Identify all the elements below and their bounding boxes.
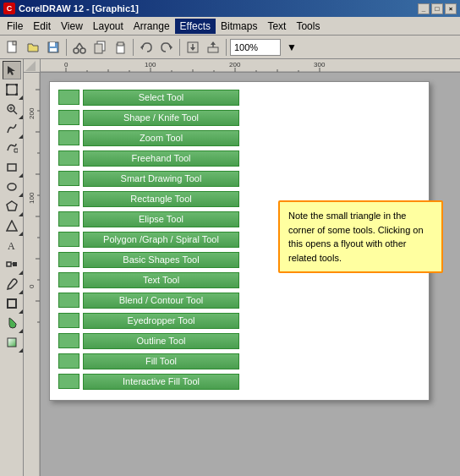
tool-icon-outline <box>58 333 79 348</box>
menu-effects[interactable]: Effects <box>175 19 216 34</box>
toolbar-sep-3 <box>179 39 180 56</box>
svg-rect-22 <box>7 85 17 95</box>
shape-tool-label[interactable]: Shape / Knife Tool <box>83 110 239 126</box>
svg-marker-20 <box>211 41 216 45</box>
tool-row-eyedropper: Eyedropper Tool <box>58 312 420 329</box>
new-button[interactable] <box>3 38 22 57</box>
outline-tool-label[interactable]: Outline Tool <box>83 333 239 349</box>
rectangle-tool-btn[interactable] <box>3 158 21 177</box>
freehand-tool-label[interactable]: Freehand Tool <box>83 150 239 167</box>
ellipse-tool-btn[interactable] <box>3 178 21 196</box>
tool-row-freehand: Freehand Tool <box>58 150 420 167</box>
main-toolbar: 100% ▼ <box>0 36 460 59</box>
svg-text:200: 200 <box>28 107 36 119</box>
copy-button[interactable] <box>90 38 109 57</box>
blend-tool-label[interactable]: Blend / Contour Tool <box>83 293 239 309</box>
menu-file[interactable]: File <box>2 19 28 34</box>
interactive-fill-tool-label[interactable]: Interactive Fill Tool <box>83 374 239 390</box>
shape-tool-btn[interactable] <box>3 80 21 99</box>
polygon-tool-btn[interactable] <box>3 197 21 216</box>
svg-rect-3 <box>50 42 55 47</box>
svg-text:A: A <box>8 240 15 251</box>
tool-row-outline: Outline Tool <box>58 332 420 349</box>
menu-layout[interactable]: Layout <box>88 19 129 34</box>
canvas-page: Select Tool Shape / Knife Tool Zoom Tool <box>49 81 430 401</box>
svg-text:0: 0 <box>64 61 68 68</box>
cut-button[interactable] <box>70 38 89 57</box>
zoom-tool-btn[interactable] <box>3 100 21 118</box>
svg-line-28 <box>14 111 17 114</box>
paste-button[interactable] <box>111 38 129 57</box>
menu-edit[interactable]: Edit <box>28 19 56 34</box>
svg-line-7 <box>76 43 79 48</box>
toolbar-sep-2 <box>133 39 134 56</box>
menu-bitmaps[interactable]: Bitmaps <box>216 19 262 34</box>
zoom-tool-label[interactable]: Zoom Tool <box>83 130 239 146</box>
svg-point-6 <box>80 48 85 53</box>
select-tool-label[interactable]: Select Tool <box>83 90 239 106</box>
basic-shapes-tool-label[interactable]: Basic Shapes Tool <box>83 252 239 268</box>
tool-icon-polygon <box>58 232 79 247</box>
svg-marker-34 <box>7 221 17 231</box>
export-button[interactable] <box>204 38 222 57</box>
text-tool-label[interactable]: Text Tool <box>83 272 239 288</box>
fill-tool-label[interactable]: Fill Tool <box>83 353 239 369</box>
workspace: Select Tool Shape / Knife Tool Zoom Tool <box>41 73 460 476</box>
smart-drawing-tool-btn[interactable] <box>3 139 21 157</box>
tool-icon-zoom <box>58 130 79 145</box>
outline-tool-btn[interactable] <box>3 294 21 313</box>
smart-tool-label[interactable]: Smart Drawing Tool <box>83 171 239 187</box>
fill-tool-btn[interactable] <box>3 314 21 332</box>
menu-text[interactable]: Text <box>262 19 291 34</box>
tool-icon-ellipse <box>58 211 79 227</box>
tool-row-select: Select Tool <box>58 89 420 106</box>
eyedropper-tool-label[interactable]: Eyedropper Tool <box>83 313 239 329</box>
basic-shapes-tool-btn[interactable] <box>3 216 21 235</box>
svg-text:300: 300 <box>314 61 326 68</box>
svg-rect-36 <box>7 262 11 266</box>
tool-icon-blend <box>58 293 79 308</box>
tool-icon-rect <box>58 191 79 206</box>
tool-icon-select <box>58 90 79 105</box>
undo-button[interactable] <box>137 38 156 57</box>
polygon-tool-label[interactable]: Polygon /Graph / Spiral Tool <box>83 232 239 248</box>
minimize-button[interactable]: _ <box>418 3 430 14</box>
tool-icon-fill <box>58 353 79 369</box>
blend-tool-btn[interactable] <box>3 255 21 274</box>
text-tool-btn[interactable]: A <box>3 236 21 254</box>
svg-marker-33 <box>7 201 17 211</box>
redo-button[interactable] <box>157 38 176 57</box>
interactive-fill-tool-btn[interactable] <box>3 333 21 352</box>
svg-text:100: 100 <box>28 192 36 204</box>
ellipse-tool-label[interactable]: Elipse Tool <box>83 211 239 227</box>
ruler-corner <box>24 59 41 73</box>
close-button[interactable]: × <box>445 3 457 14</box>
menu-bar: File Edit View Layout Arrange Effects Bi… <box>0 17 460 36</box>
maximize-button[interactable]: □ <box>431 3 443 14</box>
select-tool-btn[interactable] <box>3 61 21 79</box>
open-button[interactable] <box>24 38 42 57</box>
tool-icon-text <box>58 272 79 287</box>
tool-icon-interactive-fill <box>58 374 79 389</box>
tool-icon-basic-shapes <box>58 252 79 267</box>
tool-icon-eyedropper <box>58 313 79 328</box>
save-button[interactable] <box>44 38 63 57</box>
title-bar: C CorelDRAW 12 - [Graphic1] _ □ × <box>0 0 460 17</box>
svg-text:0: 0 <box>28 284 36 288</box>
zoom-level[interactable]: 100% <box>230 39 281 56</box>
tool-row-smart: Smart Drawing Tool <box>58 170 420 187</box>
svg-rect-18 <box>208 47 218 52</box>
menu-view[interactable]: View <box>56 19 88 34</box>
eyedropper-tool-btn[interactable] <box>3 275 21 293</box>
tool-row-fill: Fill Tool <box>58 353 420 369</box>
rectangle-tool-label[interactable]: Rectangle Tool <box>83 191 239 207</box>
title-text: CorelDRAW 12 - [Graphic1] <box>19 3 139 14</box>
freehand-tool-btn[interactable] <box>3 119 21 138</box>
menu-arrange[interactable]: Arrange <box>129 19 175 34</box>
zoom-dropdown[interactable]: ▼ <box>282 38 301 57</box>
import-button[interactable] <box>183 38 202 57</box>
menu-tools[interactable]: Tools <box>291 19 325 34</box>
svg-text:200: 200 <box>229 61 241 68</box>
tool-icon-smart <box>58 171 79 186</box>
tooltip-box: Note the small triangle in the corner of… <box>278 200 443 273</box>
